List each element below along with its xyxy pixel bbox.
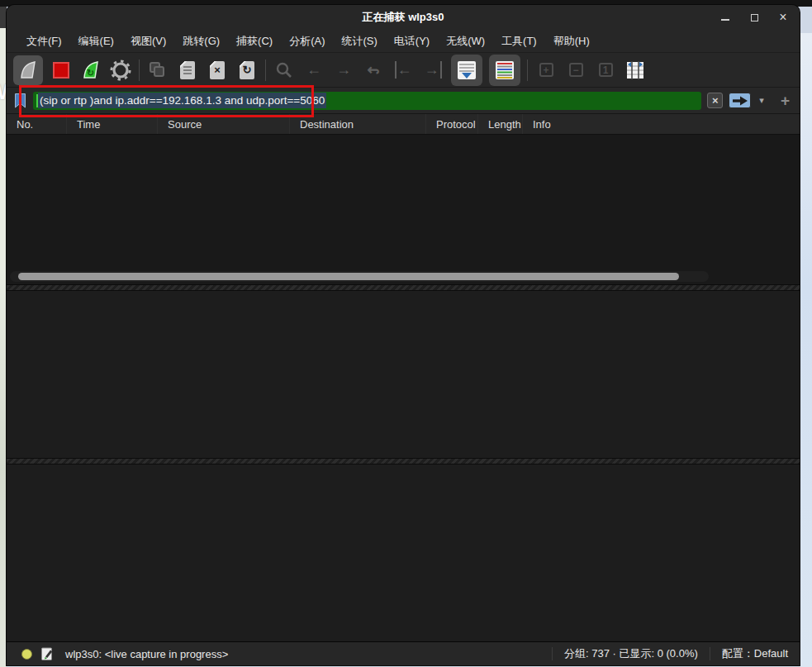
column-header-destination[interactable]: Destination xyxy=(290,114,426,134)
column-header-time[interactable]: Time xyxy=(67,114,158,134)
clear-filter-icon: × xyxy=(712,95,719,106)
menu-view[interactable]: 视图(V) xyxy=(122,31,174,51)
find-packet-button[interactable] xyxy=(273,59,296,82)
display-filter-input[interactable]: (sip or rtp )and ip.addr==192.168.1.3 an… xyxy=(33,92,701,110)
packet-list-header: No. Time Source Destination Protocol Len… xyxy=(7,114,800,135)
go-last-packet-button[interactable]: → xyxy=(421,59,444,82)
packet-counts-text: 分组: 737 · 已显示: 0 (0.0%) xyxy=(564,646,698,661)
zoom-out-button[interactable]: − xyxy=(564,59,587,82)
menu-go[interactable]: 跳转(G) xyxy=(174,31,228,51)
colorize-toggle[interactable] xyxy=(489,55,520,86)
toolbar-separator xyxy=(139,60,140,81)
menu-telephony[interactable]: 电话(Y) xyxy=(386,31,438,51)
window-title: 正在捕获 wlp3s0 xyxy=(7,10,800,25)
menu-wireless[interactable]: 无线(W) xyxy=(438,31,493,51)
profile-label: 配置： xyxy=(722,647,754,660)
filter-bookmark-icon[interactable] xyxy=(13,93,27,109)
auto-scroll-toggle[interactable] xyxy=(451,55,482,86)
wireshark-window: 正在捕获 wlp3s0 × 文件(F) 编辑(E) 视图(V) 跳转(G) 捕获… xyxy=(7,5,800,665)
go-to-packet-icon: ↩ xyxy=(367,61,379,79)
column-header-info[interactable]: Info xyxy=(523,114,800,134)
menu-tools[interactable]: 工具(T) xyxy=(493,31,545,51)
expert-info-icon[interactable] xyxy=(21,649,32,660)
menu-file[interactable]: 文件(F) xyxy=(18,31,70,51)
capture-comment-icon[interactable] xyxy=(40,646,54,661)
resize-columns-button[interactable] xyxy=(624,59,647,82)
open-file-icon xyxy=(150,62,166,79)
zoom-original-button[interactable]: 1 xyxy=(594,59,617,82)
add-filter-button[interactable]: + xyxy=(772,92,793,110)
go-back-icon: ← xyxy=(306,61,321,79)
menu-analyze[interactable]: 分析(A) xyxy=(281,31,333,51)
stop-capture-icon xyxy=(53,62,69,79)
menu-edit[interactable]: 编辑(E) xyxy=(70,31,122,51)
main-toolbar: ↻ × ↻ xyxy=(7,53,800,88)
capture-options-gear-icon xyxy=(110,60,131,81)
menu-statistics[interactable]: 统计(S) xyxy=(333,31,385,51)
close-file-button[interactable]: × xyxy=(206,59,229,82)
reload-file-icon: ↻ xyxy=(240,61,254,79)
resize-columns-icon xyxy=(625,60,645,80)
pane-splitter[interactable] xyxy=(7,458,800,465)
packet-list-pane xyxy=(7,135,800,284)
horizontal-scrollbar-track[interactable] xyxy=(10,271,709,282)
profile-value: Default xyxy=(754,647,788,660)
filter-dropdown-button[interactable]: ▾ xyxy=(757,95,767,106)
go-forward-button[interactable]: → xyxy=(332,59,355,82)
filter-toolbar: (sip or rtp )and ip.addr==192.168.1.3 an… xyxy=(7,88,800,114)
close-icon: × xyxy=(779,11,786,24)
pane-splitter[interactable] xyxy=(7,284,800,291)
titlebar[interactable]: 正在捕获 wlp3s0 × xyxy=(7,5,800,30)
minimize-button[interactable] xyxy=(719,11,732,24)
go-to-packet-button[interactable]: ↩ xyxy=(362,59,385,82)
statusbar-separator xyxy=(710,647,710,660)
toolbar-separator xyxy=(527,60,528,81)
maximize-button[interactable] xyxy=(748,11,761,24)
statusbar-separator xyxy=(552,647,553,660)
go-back-button[interactable]: ← xyxy=(302,59,325,82)
menubar: 文件(F) 编辑(E) 视图(V) 跳转(G) 捕获(C) 分析(A) 统计(S… xyxy=(7,30,800,53)
save-file-icon xyxy=(180,61,195,79)
svg-text:↻: ↻ xyxy=(87,68,94,78)
packet-details-pane xyxy=(7,291,800,458)
window-controls: × xyxy=(719,5,790,30)
apply-filter-button[interactable] xyxy=(729,93,751,108)
zoom-out-icon: − xyxy=(569,63,583,77)
open-file-button[interactable] xyxy=(146,59,169,82)
horizontal-scrollbar-thumb[interactable] xyxy=(18,273,679,280)
column-header-length[interactable]: Length xyxy=(478,114,523,134)
close-button[interactable]: × xyxy=(776,11,790,24)
go-first-packet-button[interactable]: ← xyxy=(392,59,415,82)
auto-scroll-icon xyxy=(457,60,477,80)
reload-file-button[interactable]: ↻ xyxy=(235,59,259,82)
stop-capture-button[interactable] xyxy=(50,59,73,82)
save-file-button[interactable] xyxy=(176,59,199,82)
capture-status-text: wlp3s0: <live capture in progress> xyxy=(65,648,540,660)
column-header-no[interactable]: No. xyxy=(7,114,67,134)
start-capture-button[interactable] xyxy=(13,55,43,85)
go-first-packet-icon: ← xyxy=(395,61,412,79)
restart-capture-icon: ↻ xyxy=(81,60,101,80)
clear-filter-button[interactable]: × xyxy=(707,93,723,108)
column-header-source[interactable]: Source xyxy=(158,114,290,134)
minimize-icon xyxy=(721,19,729,21)
capture-options-button[interactable] xyxy=(109,59,132,82)
colorize-icon xyxy=(495,60,515,80)
menu-help[interactable]: 帮助(H) xyxy=(545,31,598,51)
filter-expression-text: (sip or rtp )and ip.addr==192.168.1.3 an… xyxy=(38,93,326,108)
maximize-icon xyxy=(751,14,758,21)
zoom-in-icon: + xyxy=(539,63,553,77)
zoom-in-button[interactable]: + xyxy=(534,59,558,82)
profile-section[interactable]: 配置：Default xyxy=(722,646,788,661)
start-capture-icon xyxy=(18,60,38,80)
go-forward-icon: → xyxy=(336,61,351,79)
desktop: W 正在捕获 wlp3s0 × 文件(F) 编辑(E) 视图(V) 跳转(G) … xyxy=(0,0,812,667)
restart-capture-button[interactable]: ↻ xyxy=(79,59,102,82)
close-file-icon: × xyxy=(210,61,225,79)
go-last-packet-icon: → xyxy=(425,61,442,79)
packet-bytes-pane xyxy=(7,465,800,641)
zoom-original-icon: 1 xyxy=(599,63,613,77)
apply-filter-arrow-icon xyxy=(732,96,748,106)
column-header-protocol[interactable]: Protocol xyxy=(426,114,478,134)
menu-capture[interactable]: 捕获(C) xyxy=(228,31,281,51)
